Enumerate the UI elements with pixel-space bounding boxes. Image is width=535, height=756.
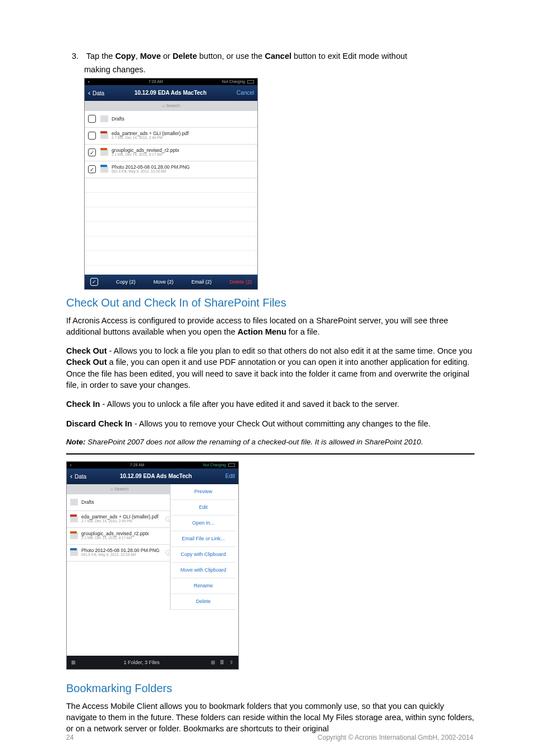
email-button[interactable]: Email (2) [191,279,211,285]
search-bar[interactable]: Search [85,101,257,111]
para-sharepoint-intro: If Acronis Access is configured to provi… [66,315,474,338]
empty-row [85,222,257,236]
share-icon[interactable]: ⇧ [229,660,234,665]
folder-icon [70,499,78,505]
heading-bookmarking: Bookmarking Folders [66,682,474,695]
empty-row [85,193,257,207]
list-row-drafts[interactable]: Drafts [85,111,257,128]
menu-rename[interactable]: Rename [170,578,236,594]
checkbox[interactable] [88,115,96,123]
status-bar: • 7:28 AM Not Charging [85,78,257,85]
checkbox-checked[interactable] [88,165,96,173]
page-footer: 24 Copyright © Acronis International Gmb… [66,734,473,741]
list-row-pdf[interactable]: eda_partner_ads + GLI (smaller).pdf2.7 M… [85,128,257,145]
nav-bar: Data 10.12.09 EDA Ads MacTech Edit [67,469,238,484]
note-line: Note: SharePoint 2007 does not allow the… [66,437,474,448]
step-3-line1: 3. Tap the Copy, Move or Delete button, … [66,50,474,62]
status-time: 7:28 AM [149,80,163,84]
menu-email[interactable]: Email File or Link... [170,531,236,547]
grid-icon[interactable]: ⊞ [211,660,215,665]
action-menu-popover: Preview Edit Open In... Email File or Li… [170,484,236,610]
folder-icon [100,115,108,122]
empty-row [85,236,257,251]
empty-row [85,178,257,193]
heading-checkout-checkin: Check Out and Check In of SharePoint Fil… [66,296,474,309]
nav-title: 10.12.09 EDA Ads MacTech [86,473,225,479]
menu-preview[interactable]: Preview [170,484,236,500]
png-icon [100,166,108,173]
list-row-pptx[interactable]: grouplogic_ads_revised_r2.pptx2.1 MB, De… [85,145,257,161]
list-icon[interactable]: ≣ [220,660,224,665]
menu-edit[interactable]: Edit [170,500,236,516]
footer-bar: ⊞ 1 Folder, 3 Files ⊞ ≣ ⇧ [67,656,238,669]
list-row-drafts[interactable]: Drafts [67,494,172,511]
select-all-toggle[interactable] [90,278,98,286]
note-rule [66,453,474,454]
battery-icon [247,80,254,84]
list-row-pptx[interactable]: grouplogic_ads_revised_r2.pptx2.1 MB, De… [67,528,172,545]
status-charge: Not Charging [222,80,245,84]
step-3-line2: making changes. [84,64,474,75]
para-bookmarking: The Access Mobile Client allows you to b… [66,701,474,735]
menu-copy-clip[interactable]: Copy with Clipboard [170,547,236,563]
nav-title: 10.12.09 EDA Ads MacTech [104,90,237,96]
screenshot-edit-mode: • 7:28 AM Not Charging Data 10.12.09 EDA… [84,78,258,290]
edit-button[interactable]: Edit [225,473,235,479]
para-discard-checkin: Discard Check In - Allows you to remove … [66,418,474,429]
list-row-png[interactable]: Photo 2012-05-08 01.28.00 PM.PNG681.6 KB… [85,161,257,178]
empty-row [85,207,257,222]
search-placeholder: Search [162,103,181,108]
battery-icon [228,463,235,467]
copyright: Copyright © Acronis International GmbH, … [317,734,473,741]
menu-delete[interactable]: Delete [170,594,236,610]
cancel-button[interactable]: Cancel [237,90,254,96]
nav-bar: Data 10.12.09 EDA Ads MacTech Cancel [85,85,257,101]
pdf-icon [100,132,108,139]
search-bar[interactable]: Search [67,484,172,494]
edit-bottom-bar: Copy (2) Move (2) Email (2) Delete (2) [85,275,257,289]
pdf-icon [70,516,78,522]
list-row-pdf[interactable]: eda_partner_ads + GLI (smaller).pdf2.7 M… [67,511,172,528]
menu-move-clip[interactable]: Move with Clipboard [170,563,236,578]
menu-open-in[interactable]: Open In... [170,516,236,531]
checkbox[interactable] [88,132,96,140]
footer-count: 1 Folder, 3 Files [123,660,159,665]
status-time: 7:28 AM [130,463,145,467]
home-icon[interactable]: ⊞ [71,660,76,665]
step-3-number: 3. [72,50,84,62]
screenshot-action-menu: • 7:28 AM Not Charging Data 10.12.09 EDA… [66,461,239,670]
back-button[interactable]: Data [70,472,86,480]
para-checkout: Check Out - Allows you to lock a file yo… [66,345,474,391]
pptx-icon [100,149,108,156]
list-row-png[interactable]: Photo 2012-05-08 01.28.00 PM.PNG681.6 KB… [67,545,172,562]
back-button[interactable]: Data [88,89,104,97]
empty-row [85,251,257,266]
search-placeholder: Search [110,486,129,491]
png-icon [70,549,78,556]
status-bar: • 7:28 AM Not Charging [67,462,238,469]
pptx-icon [70,532,78,539]
page-number: 24 [66,734,73,741]
delete-button[interactable]: Delete (2) [229,279,252,285]
status-charge: Not Charging [203,463,226,467]
para-checkin: Check In - Allows you to unlock a file a… [66,398,474,410]
copy-button[interactable]: Copy (2) [116,279,136,285]
move-button[interactable]: Move (2) [154,279,174,285]
checkbox-checked[interactable] [88,149,96,156]
